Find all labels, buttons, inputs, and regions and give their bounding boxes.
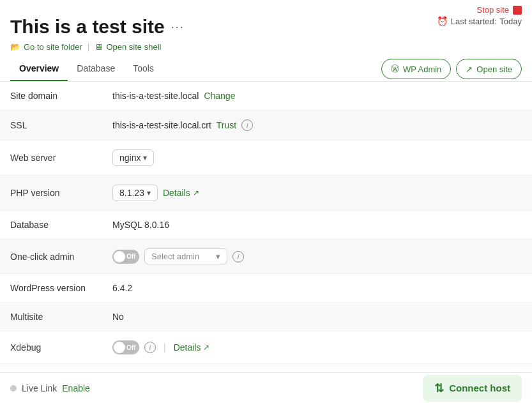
external-link-icon: ↗ xyxy=(193,188,199,197)
divider: | xyxy=(87,42,90,52)
select-admin-placeholder: Select admin xyxy=(151,252,199,261)
domain-value: this-is-a-test-site.local xyxy=(112,91,199,101)
tab-database[interactable]: Database xyxy=(68,57,124,81)
wp-admin-label: WP Admin xyxy=(403,65,441,74)
row-multisite: Multisite No xyxy=(0,303,532,331)
php-details-label: Details xyxy=(163,188,190,198)
one-click-info-icon[interactable]: i xyxy=(232,251,244,262)
select-admin-dropdown[interactable]: Select admin ▾ xyxy=(144,248,227,264)
xdebug-info-icon[interactable]: i xyxy=(144,342,156,353)
label-one-click-admin: One-click admin xyxy=(10,252,112,262)
tabs: Overview Database Tools xyxy=(10,57,163,81)
value-database: MySQL 8.0.16 xyxy=(112,220,522,230)
multisite-value: No xyxy=(112,312,124,322)
wordpress-version-value: 6.4.2 xyxy=(112,283,132,293)
top-bar: Stop site xyxy=(0,0,532,15)
one-click-admin-toggle[interactable]: Off xyxy=(112,250,139,264)
shell-icon: 🖥 xyxy=(95,42,103,52)
label-wordpress-version: WordPress version xyxy=(10,283,112,293)
php-details-link[interactable]: Details ↗ xyxy=(163,188,199,198)
row-ssl: SSL this-is-a-test-site.local.crt Trust … xyxy=(0,110,532,141)
change-domain-link[interactable]: Change xyxy=(204,91,235,101)
row-php-version: PHP version 8.1.23 ▾ Details ↗ xyxy=(0,176,532,211)
clock-icon: ⏰ xyxy=(437,16,448,26)
bottom-bar: Live Link Enable ⇅ Connect host xyxy=(0,372,532,403)
divider: | xyxy=(163,342,166,353)
database-value: MySQL 8.0.16 xyxy=(112,220,169,230)
xdebug-toggle[interactable]: Off xyxy=(112,340,139,354)
stop-site-label: Stop site xyxy=(476,5,509,15)
php-version-dropdown[interactable]: 8.1.23 ▾ xyxy=(112,185,158,201)
tab-actions: Ⓦ WP Admin ↗ Open site xyxy=(381,59,522,79)
value-php-version: 8.1.23 ▾ Details ↗ xyxy=(112,185,522,201)
connect-host-button[interactable]: ⇅ Connect host xyxy=(423,375,522,402)
tab-tools[interactable]: Tools xyxy=(124,57,163,81)
more-button[interactable]: ··· xyxy=(171,20,185,34)
live-link-label: Live Link xyxy=(22,383,57,393)
stop-site-button[interactable]: Stop site xyxy=(476,5,522,15)
folder-icon: 📂 xyxy=(10,42,20,52)
tabs-bar: Overview Database Tools Ⓦ WP Admin ↗ Ope… xyxy=(0,57,532,82)
php-version-value: 8.1.23 xyxy=(119,188,144,198)
go-to-folder-label: Go to site folder xyxy=(24,42,82,52)
external-link-icon: ↗ xyxy=(466,65,473,74)
row-wordpress-version: WordPress version 6.4.2 xyxy=(0,274,532,303)
value-one-click-admin: Off Select admin ▾ i xyxy=(112,248,522,264)
open-site-label: Open site xyxy=(476,65,512,74)
last-started-label: Last started: xyxy=(451,17,497,26)
label-xdebug: Xdebug xyxy=(10,342,112,353)
label-database: Database xyxy=(10,220,112,230)
action-links: 📂 Go to site folder | 🖥 Open site shell xyxy=(10,42,185,52)
web-server-dropdown[interactable]: nginx ▾ xyxy=(112,149,154,166)
last-started: ⏰ Last started: Today xyxy=(437,16,522,26)
site-title: This is a test site xyxy=(10,16,165,38)
row-web-server: Web server nginx ▾ xyxy=(0,141,532,176)
value-web-server: nginx ▾ xyxy=(112,149,522,166)
live-link-section: Live Link Enable xyxy=(10,383,90,393)
toggle-knob xyxy=(114,251,125,262)
ssl-value: this-is-a-test-site.local.crt xyxy=(112,120,211,130)
toggle-off-label: Off xyxy=(126,344,135,351)
live-dot xyxy=(10,385,17,392)
row-database: Database MySQL 8.0.16 xyxy=(0,211,532,240)
toggle-off-label: Off xyxy=(126,253,135,260)
value-ssl: this-is-a-test-site.local.crt Trust i xyxy=(112,119,522,131)
row-one-click-admin: One-click admin Off Select admin ▾ i xyxy=(0,240,532,274)
open-shell-label: Open site shell xyxy=(106,42,161,52)
value-wordpress-version: 6.4.2 xyxy=(112,283,522,293)
trust-link[interactable]: Trust xyxy=(217,120,236,130)
xdebug-details-link[interactable]: Details ↗ xyxy=(174,342,210,353)
value-xdebug: Off i | Details ↗ xyxy=(112,340,522,354)
web-server-value: nginx xyxy=(119,153,141,163)
label-ssl: SSL xyxy=(10,120,112,130)
xdebug-details-label: Details xyxy=(174,342,201,353)
open-site-button[interactable]: ↗ Open site xyxy=(456,59,522,79)
chevron-down-icon: ▾ xyxy=(143,153,147,162)
wp-icon: Ⓦ xyxy=(391,63,399,75)
label-site-domain: Site domain xyxy=(10,91,112,101)
stop-icon xyxy=(513,6,522,15)
tab-overview[interactable]: Overview xyxy=(10,57,68,81)
wp-admin-button[interactable]: Ⓦ WP Admin xyxy=(381,59,451,79)
row-site-domain: Site domain this-is-a-test-site.local Ch… xyxy=(0,82,532,110)
value-multisite: No xyxy=(112,312,522,322)
toggle-knob xyxy=(114,342,125,353)
title-row: This is a test site ··· xyxy=(10,16,185,38)
go-to-folder-link[interactable]: 📂 Go to site folder xyxy=(10,42,82,52)
label-web-server: Web server xyxy=(10,153,112,163)
external-link-icon: ↗ xyxy=(203,343,209,352)
ssl-info-icon[interactable]: i xyxy=(241,119,253,131)
connect-host-icon: ⇅ xyxy=(434,381,444,395)
value-site-domain: this-is-a-test-site.local Change xyxy=(112,91,522,101)
label-php-version: PHP version xyxy=(10,188,112,198)
chevron-down-icon: ▾ xyxy=(216,252,220,261)
last-started-value: Today xyxy=(499,17,522,26)
enable-link[interactable]: Enable xyxy=(62,383,90,393)
open-shell-link[interactable]: 🖥 Open site shell xyxy=(95,42,161,52)
label-multisite: Multisite xyxy=(10,312,112,322)
title-section: This is a test site ··· 📂 Go to site fol… xyxy=(10,16,185,52)
chevron-down-icon: ▾ xyxy=(147,188,151,197)
content: Site domain this-is-a-test-site.local Ch… xyxy=(0,82,532,364)
header: This is a test site ··· 📂 Go to site fol… xyxy=(0,15,532,54)
row-xdebug: Xdebug Off i | Details ↗ xyxy=(0,331,532,364)
